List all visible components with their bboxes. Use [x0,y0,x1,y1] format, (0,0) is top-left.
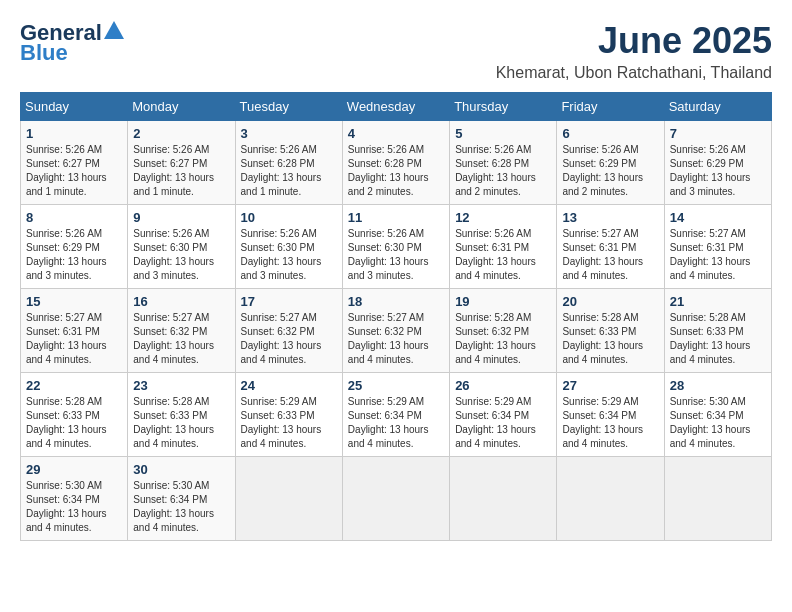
day-number: 7 [670,126,766,141]
calendar-cell: 22Sunrise: 5:28 AMSunset: 6:33 PMDayligh… [21,373,128,457]
calendar-week-5: 29Sunrise: 5:30 AMSunset: 6:34 PMDayligh… [21,457,772,541]
day-number: 5 [455,126,551,141]
day-number: 26 [455,378,551,393]
day-info: Sunrise: 5:28 AMSunset: 6:33 PMDaylight:… [670,311,766,367]
calendar-cell: 4Sunrise: 5:26 AMSunset: 6:28 PMDaylight… [342,121,449,205]
day-info: Sunrise: 5:27 AMSunset: 6:32 PMDaylight:… [133,311,229,367]
calendar-cell [235,457,342,541]
logo-blue: Blue [20,40,68,66]
calendar-cell: 5Sunrise: 5:26 AMSunset: 6:28 PMDaylight… [450,121,557,205]
day-info: Sunrise: 5:27 AMSunset: 6:32 PMDaylight:… [241,311,337,367]
day-number: 8 [26,210,122,225]
calendar-cell: 18Sunrise: 5:27 AMSunset: 6:32 PMDayligh… [342,289,449,373]
calendar-table: SundayMondayTuesdayWednesdayThursdayFrid… [20,92,772,541]
day-info: Sunrise: 5:26 AMSunset: 6:30 PMDaylight:… [348,227,444,283]
day-info: Sunrise: 5:26 AMSunset: 6:31 PMDaylight:… [455,227,551,283]
title-block: June 2025 Khemarat, Ubon Ratchathani, Th… [496,20,772,82]
day-info: Sunrise: 5:27 AMSunset: 6:31 PMDaylight:… [26,311,122,367]
calendar-cell: 21Sunrise: 5:28 AMSunset: 6:33 PMDayligh… [664,289,771,373]
day-info: Sunrise: 5:26 AMSunset: 6:30 PMDaylight:… [133,227,229,283]
day-info: Sunrise: 5:27 AMSunset: 6:31 PMDaylight:… [562,227,658,283]
calendar-week-4: 22Sunrise: 5:28 AMSunset: 6:33 PMDayligh… [21,373,772,457]
day-info: Sunrise: 5:26 AMSunset: 6:29 PMDaylight:… [26,227,122,283]
calendar-cell [342,457,449,541]
day-info: Sunrise: 5:26 AMSunset: 6:29 PMDaylight:… [670,143,766,199]
day-number: 17 [241,294,337,309]
weekday-header-saturday: Saturday [664,93,771,121]
day-info: Sunrise: 5:29 AMSunset: 6:34 PMDaylight:… [455,395,551,451]
weekday-header-friday: Friday [557,93,664,121]
day-info: Sunrise: 5:26 AMSunset: 6:27 PMDaylight:… [26,143,122,199]
day-number: 6 [562,126,658,141]
day-info: Sunrise: 5:26 AMSunset: 6:29 PMDaylight:… [562,143,658,199]
day-number: 14 [670,210,766,225]
day-number: 12 [455,210,551,225]
calendar-cell: 20Sunrise: 5:28 AMSunset: 6:33 PMDayligh… [557,289,664,373]
day-info: Sunrise: 5:27 AMSunset: 6:31 PMDaylight:… [670,227,766,283]
calendar-cell: 11Sunrise: 5:26 AMSunset: 6:30 PMDayligh… [342,205,449,289]
calendar-cell: 10Sunrise: 5:26 AMSunset: 6:30 PMDayligh… [235,205,342,289]
calendar-week-1: 1Sunrise: 5:26 AMSunset: 6:27 PMDaylight… [21,121,772,205]
day-info: Sunrise: 5:26 AMSunset: 6:27 PMDaylight:… [133,143,229,199]
day-number: 20 [562,294,658,309]
calendar-cell: 30Sunrise: 5:30 AMSunset: 6:34 PMDayligh… [128,457,235,541]
calendar-cell: 6Sunrise: 5:26 AMSunset: 6:29 PMDaylight… [557,121,664,205]
day-number: 22 [26,378,122,393]
calendar-cell: 12Sunrise: 5:26 AMSunset: 6:31 PMDayligh… [450,205,557,289]
day-info: Sunrise: 5:26 AMSunset: 6:28 PMDaylight:… [455,143,551,199]
day-number: 4 [348,126,444,141]
calendar-cell: 15Sunrise: 5:27 AMSunset: 6:31 PMDayligh… [21,289,128,373]
weekday-header-tuesday: Tuesday [235,93,342,121]
day-info: Sunrise: 5:26 AMSunset: 6:30 PMDaylight:… [241,227,337,283]
day-number: 15 [26,294,122,309]
day-number: 11 [348,210,444,225]
day-number: 24 [241,378,337,393]
calendar-week-2: 8Sunrise: 5:26 AMSunset: 6:29 PMDaylight… [21,205,772,289]
calendar-cell: 23Sunrise: 5:28 AMSunset: 6:33 PMDayligh… [128,373,235,457]
logo: General Blue [20,20,124,66]
day-number: 1 [26,126,122,141]
day-number: 30 [133,462,229,477]
calendar-title: June 2025 [496,20,772,62]
calendar-cell: 26Sunrise: 5:29 AMSunset: 6:34 PMDayligh… [450,373,557,457]
day-number: 10 [241,210,337,225]
day-number: 25 [348,378,444,393]
calendar-cell: 16Sunrise: 5:27 AMSunset: 6:32 PMDayligh… [128,289,235,373]
day-info: Sunrise: 5:29 AMSunset: 6:34 PMDaylight:… [562,395,658,451]
day-number: 2 [133,126,229,141]
calendar-subtitle: Khemarat, Ubon Ratchathani, Thailand [496,64,772,82]
day-number: 18 [348,294,444,309]
weekday-header-thursday: Thursday [450,93,557,121]
page-header: General Blue June 2025 Khemarat, Ubon Ra… [20,20,772,82]
day-info: Sunrise: 5:30 AMSunset: 6:34 PMDaylight:… [670,395,766,451]
day-number: 3 [241,126,337,141]
day-number: 13 [562,210,658,225]
calendar-cell: 8Sunrise: 5:26 AMSunset: 6:29 PMDaylight… [21,205,128,289]
calendar-cell: 9Sunrise: 5:26 AMSunset: 6:30 PMDaylight… [128,205,235,289]
logo-icon [104,21,124,39]
day-number: 29 [26,462,122,477]
day-number: 21 [670,294,766,309]
calendar-week-3: 15Sunrise: 5:27 AMSunset: 6:31 PMDayligh… [21,289,772,373]
day-info: Sunrise: 5:30 AMSunset: 6:34 PMDaylight:… [26,479,122,535]
day-info: Sunrise: 5:29 AMSunset: 6:33 PMDaylight:… [241,395,337,451]
calendar-cell: 27Sunrise: 5:29 AMSunset: 6:34 PMDayligh… [557,373,664,457]
day-number: 27 [562,378,658,393]
calendar-cell: 28Sunrise: 5:30 AMSunset: 6:34 PMDayligh… [664,373,771,457]
calendar-cell: 7Sunrise: 5:26 AMSunset: 6:29 PMDaylight… [664,121,771,205]
day-info: Sunrise: 5:26 AMSunset: 6:28 PMDaylight:… [241,143,337,199]
day-info: Sunrise: 5:28 AMSunset: 6:33 PMDaylight:… [133,395,229,451]
day-number: 19 [455,294,551,309]
day-info: Sunrise: 5:28 AMSunset: 6:32 PMDaylight:… [455,311,551,367]
calendar-cell [664,457,771,541]
calendar-cell: 13Sunrise: 5:27 AMSunset: 6:31 PMDayligh… [557,205,664,289]
weekday-header-sunday: Sunday [21,93,128,121]
day-info: Sunrise: 5:28 AMSunset: 6:33 PMDaylight:… [26,395,122,451]
day-info: Sunrise: 5:28 AMSunset: 6:33 PMDaylight:… [562,311,658,367]
day-info: Sunrise: 5:29 AMSunset: 6:34 PMDaylight:… [348,395,444,451]
day-number: 16 [133,294,229,309]
day-number: 9 [133,210,229,225]
calendar-cell [557,457,664,541]
day-info: Sunrise: 5:30 AMSunset: 6:34 PMDaylight:… [133,479,229,535]
svg-marker-0 [104,21,124,39]
